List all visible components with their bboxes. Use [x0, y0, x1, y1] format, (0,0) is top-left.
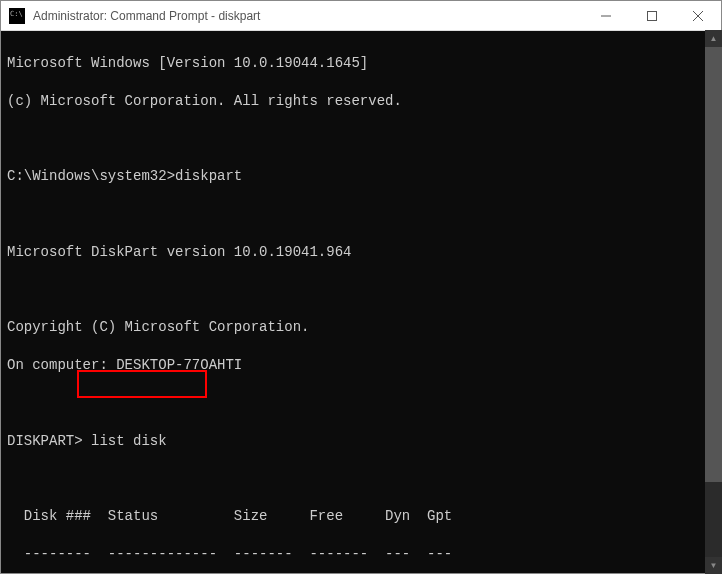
vertical-scrollbar[interactable]: ▲ ▼: [705, 30, 722, 574]
scroll-down-arrow[interactable]: ▼: [705, 557, 722, 574]
scrollbar-thumb[interactable]: [705, 47, 722, 482]
diskpart-prompt-label: DISKPART>: [7, 433, 83, 449]
prompt-command: diskpart: [175, 168, 242, 184]
diskpart-copyright-line: Copyright (C) Microsoft Corporation.: [7, 318, 715, 337]
prompt-line-1: C:\Windows\system32>diskpart: [7, 167, 715, 186]
os-version-line: Microsoft Windows [Version 10.0.19044.16…: [7, 54, 715, 73]
scroll-up-arrow[interactable]: ▲: [705, 30, 722, 47]
diskpart-command-1: list disk: [91, 433, 167, 449]
svg-rect-1: [648, 11, 657, 20]
window-controls: [583, 1, 721, 31]
blank-line: [7, 205, 715, 224]
os-copyright-line: (c) Microsoft Corporation. All rights re…: [7, 92, 715, 111]
blank-line: [7, 394, 715, 413]
window-title: Administrator: Command Prompt - diskpart: [33, 9, 583, 23]
close-button[interactable]: [675, 1, 721, 31]
disk-table-header: Disk ### Status Size Free Dyn Gpt: [7, 507, 715, 526]
diskpart-prompt-1: DISKPART> list disk: [7, 432, 715, 451]
blank-line: [7, 129, 715, 148]
window-titlebar[interactable]: Administrator: Command Prompt - diskpart: [1, 1, 721, 31]
minimize-button[interactable]: [583, 1, 629, 31]
disk-table-separator: -------- ------------- ------- ------- -…: [7, 545, 715, 564]
cmd-icon: [9, 8, 25, 24]
computer-name-line: On computer: DESKTOP-77OAHTI: [7, 356, 715, 375]
terminal-output[interactable]: Microsoft Windows [Version 10.0.19044.16…: [1, 31, 721, 573]
prompt-path: C:\Windows\system32>: [7, 168, 175, 184]
maximize-button[interactable]: [629, 1, 675, 31]
diskpart-version-line: Microsoft DiskPart version 10.0.19041.96…: [7, 243, 715, 262]
blank-line: [7, 281, 715, 300]
blank-line: [7, 469, 715, 488]
